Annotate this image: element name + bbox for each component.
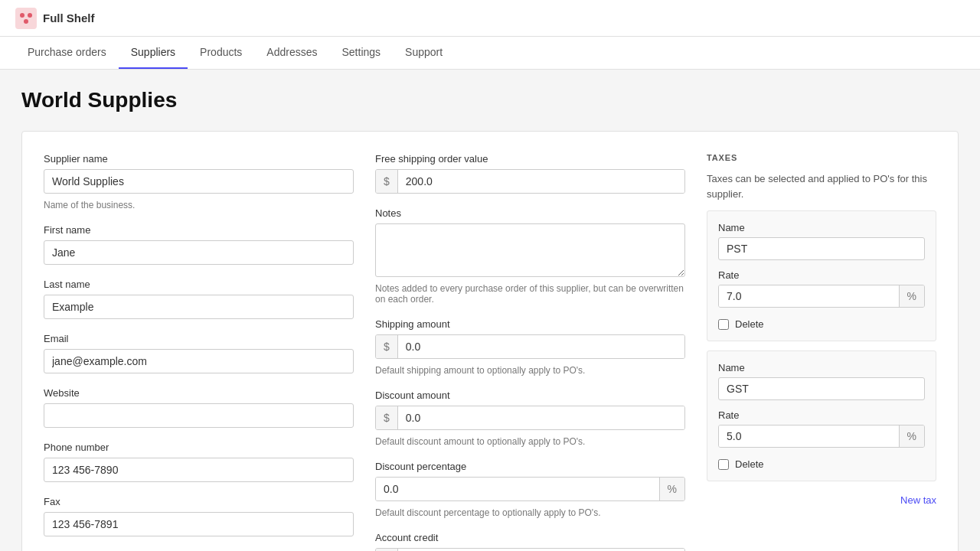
supplier-name-field: Supplier name Name of the business. bbox=[44, 153, 354, 210]
nav-tabs: Purchase orders Suppliers Products Addre… bbox=[0, 37, 980, 70]
website-label: Website bbox=[44, 387, 354, 399]
notes-input[interactable] bbox=[375, 223, 685, 277]
discount-percentage-label: Discount percentage bbox=[375, 461, 685, 472]
nav-tab-settings[interactable]: Settings bbox=[330, 37, 394, 69]
website-input[interactable] bbox=[44, 403, 354, 428]
pst-delete-row: Delete bbox=[718, 318, 925, 330]
nav-tab-products[interactable]: Products bbox=[188, 37, 254, 69]
gst-delete-row: Delete bbox=[718, 458, 925, 470]
account-credit-field: Account credit $ A credit that you may h… bbox=[375, 532, 685, 551]
email-input[interactable] bbox=[44, 349, 354, 373]
discount-amount-field: Discount amount $ Default discount amoun… bbox=[375, 390, 685, 447]
discount-amount-input[interactable] bbox=[398, 406, 684, 429]
notes-hint: Notes added to every purchase order of t… bbox=[375, 283, 685, 305]
pst-rate-label: Rate bbox=[718, 269, 925, 281]
free-shipping-input-wrap: $ bbox=[375, 169, 685, 194]
order-section: Free shipping order value $ Notes Notes … bbox=[375, 153, 685, 551]
supplier-section: Supplier name Name of the business. Firs… bbox=[44, 153, 354, 551]
free-shipping-label: Free shipping order value bbox=[375, 153, 685, 165]
free-shipping-prefix: $ bbox=[376, 170, 398, 193]
gst-name-field: Name bbox=[718, 362, 925, 400]
taxes-section: TAXES Taxes can be selected and applied … bbox=[707, 153, 936, 551]
tax-card-gst: Name Rate % Delete bbox=[707, 350, 936, 481]
form-card: Supplier name Name of the business. Firs… bbox=[21, 131, 959, 551]
first-name-label: First name bbox=[44, 224, 354, 236]
gst-name-label: Name bbox=[718, 362, 925, 373]
nav-tab-support[interactable]: Support bbox=[393, 37, 455, 69]
supplier-name-input[interactable] bbox=[44, 169, 354, 194]
taxes-description: Taxes can be selected and applied to PO'… bbox=[707, 171, 936, 201]
gst-rate-suffix: % bbox=[899, 425, 924, 447]
shipping-amount-label: Shipping amount bbox=[375, 318, 685, 330]
account-credit-input-wrap: $ bbox=[375, 548, 685, 551]
app-name: Full Shelf bbox=[43, 11, 95, 24]
pst-rate-input[interactable] bbox=[719, 285, 899, 307]
last-name-input[interactable] bbox=[44, 295, 354, 319]
first-name-input[interactable] bbox=[44, 240, 354, 265]
tax-card-pst: Name Rate % Delete bbox=[707, 210, 936, 341]
svg-point-1 bbox=[20, 13, 24, 18]
phone-number-field: Phone number bbox=[44, 442, 354, 482]
page-content: World Supplies Supplier name Name of the… bbox=[0, 70, 980, 551]
shipping-amount-input[interactable] bbox=[398, 335, 684, 358]
free-shipping-field: Free shipping order value $ bbox=[375, 153, 685, 194]
notes-field: Notes Notes added to every purchase orde… bbox=[375, 207, 685, 305]
discount-percentage-suffix: % bbox=[659, 478, 684, 500]
nav-tab-purchase-orders[interactable]: Purchase orders bbox=[15, 37, 119, 69]
shipping-amount-field: Shipping amount $ Default shipping amoun… bbox=[375, 318, 685, 376]
shipping-amount-prefix: $ bbox=[376, 335, 398, 358]
gst-delete-label: Delete bbox=[735, 458, 764, 470]
svg-point-2 bbox=[28, 13, 32, 18]
gst-name-input[interactable] bbox=[718, 377, 925, 400]
supplier-name-label: Supplier name bbox=[44, 153, 354, 165]
logo: Full Shelf bbox=[15, 8, 95, 29]
fax-field: Fax bbox=[44, 496, 354, 536]
notes-label: Notes bbox=[375, 207, 685, 219]
nav-tab-addresses[interactable]: Addresses bbox=[254, 37, 329, 69]
discount-amount-input-wrap: $ bbox=[375, 406, 685, 430]
pst-name-field: Name bbox=[718, 222, 925, 260]
last-name-label: Last name bbox=[44, 279, 354, 290]
fax-label: Fax bbox=[44, 496, 354, 507]
gst-rate-input-wrap: % bbox=[718, 425, 925, 448]
phone-number-label: Phone number bbox=[44, 442, 354, 453]
shipping-amount-input-wrap: $ bbox=[375, 334, 685, 359]
discount-percentage-field: Discount percentage % Default discount p… bbox=[375, 461, 685, 518]
taxes-header: TAXES bbox=[707, 153, 936, 162]
pst-name-label: Name bbox=[718, 222, 925, 233]
email-field: Email bbox=[44, 333, 354, 373]
phone-number-input[interactable] bbox=[44, 458, 354, 482]
free-shipping-input[interactable] bbox=[398, 170, 684, 193]
svg-point-3 bbox=[24, 19, 28, 24]
top-bar: Full Shelf bbox=[0, 0, 980, 37]
nav-tab-suppliers[interactable]: Suppliers bbox=[119, 37, 188, 69]
supplier-name-hint: Name of the business. bbox=[44, 200, 354, 210]
new-tax-link[interactable]: New tax bbox=[900, 494, 936, 506]
logo-icon bbox=[15, 8, 37, 29]
gst-rate-field: Rate % bbox=[718, 409, 925, 448]
email-label: Email bbox=[44, 333, 354, 344]
first-name-field: First name bbox=[44, 224, 354, 265]
last-name-field: Last name bbox=[44, 279, 354, 319]
new-tax-link-container: New tax bbox=[707, 494, 936, 506]
account-credit-label: Account credit bbox=[375, 532, 685, 543]
discount-amount-hint: Default discount amount to optionally ap… bbox=[375, 436, 685, 447]
pst-rate-input-wrap: % bbox=[718, 285, 925, 308]
gst-delete-checkbox[interactable] bbox=[718, 459, 729, 470]
discount-percentage-hint: Default discount percentage to optionall… bbox=[375, 507, 685, 518]
svg-rect-0 bbox=[15, 8, 37, 29]
fax-input[interactable] bbox=[44, 512, 354, 536]
gst-rate-input[interactable] bbox=[719, 425, 899, 447]
discount-amount-prefix: $ bbox=[376, 406, 398, 429]
pst-name-input[interactable] bbox=[718, 237, 925, 260]
pst-rate-suffix: % bbox=[899, 285, 924, 307]
pst-rate-field: Rate % bbox=[718, 269, 925, 308]
pst-delete-label: Delete bbox=[735, 318, 764, 330]
gst-rate-label: Rate bbox=[718, 409, 925, 421]
pst-delete-checkbox[interactable] bbox=[718, 319, 729, 330]
discount-amount-label: Discount amount bbox=[375, 390, 685, 401]
page-title: World Supplies bbox=[21, 88, 959, 112]
discount-percentage-input[interactable] bbox=[376, 478, 659, 500]
website-field: Website bbox=[44, 387, 354, 428]
shipping-amount-hint: Default shipping amount to optionally ap… bbox=[375, 365, 685, 376]
